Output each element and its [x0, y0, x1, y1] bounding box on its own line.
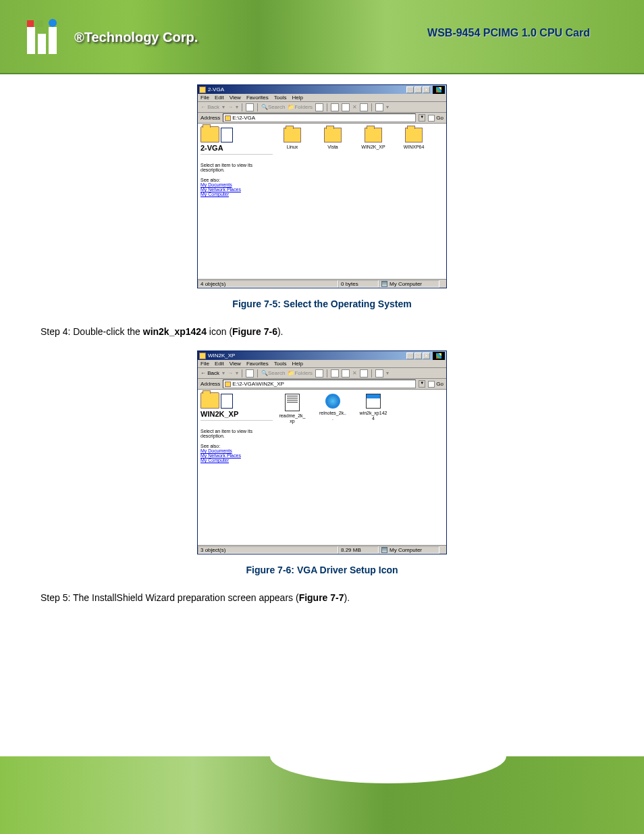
address-path: E:\2-VGA: [232, 115, 255, 121]
history-icon[interactable]: [315, 103, 323, 111]
menu-favorites[interactable]: Favorites: [246, 95, 269, 101]
folder-linux[interactable]: Linux: [278, 128, 306, 150]
explorer-window-2: WIN2K_XP _ □ × File Edit View Favorites …: [197, 350, 447, 554]
undo-icon[interactable]: [360, 369, 368, 377]
go-button[interactable]: Go: [428, 115, 444, 122]
windows-flag-icon: [433, 352, 445, 360]
address-dropdown[interactable]: ▼: [419, 380, 425, 388]
menu-tools[interactable]: Tools: [274, 361, 287, 367]
copy-icon[interactable]: [342, 369, 350, 377]
menu-edit[interactable]: Edit: [215, 95, 224, 101]
menu-help[interactable]: Help: [292, 95, 302, 101]
link-computer[interactable]: My Computer: [200, 192, 273, 197]
file-installer[interactable]: win2k_xp1424: [359, 394, 387, 421]
titlebar[interactable]: 2-VGA _ □ ×: [198, 85, 446, 94]
link-network[interactable]: My Network Places: [200, 187, 273, 192]
folders-button[interactable]: 📁Folders: [288, 104, 313, 110]
history-icon[interactable]: [315, 369, 323, 377]
header-banner: ®Technology Corp. WSB-9454 PCIMG 1.0 CPU…: [0, 0, 644, 74]
statusbar: 3 object(s) 8.29 MB My Computer: [198, 545, 446, 554]
close-button[interactable]: ×: [423, 86, 430, 93]
minimize-button[interactable]: _: [406, 353, 414, 359]
app-icon: [366, 394, 381, 409]
see-also-label: See also:: [200, 178, 273, 182]
up-icon[interactable]: [246, 369, 254, 377]
status-objects: 3 object(s): [198, 546, 338, 554]
undo-icon[interactable]: [360, 103, 368, 111]
menu-edit[interactable]: Edit: [215, 361, 224, 367]
views-icon[interactable]: [375, 103, 383, 111]
window-icon: [199, 353, 206, 359]
sidebar: WIN2K_XP Select an item to view its desc…: [198, 390, 275, 545]
maximize-button[interactable]: □: [414, 353, 422, 359]
file-relnotes[interactable]: relnotes_2k...: [319, 394, 347, 421]
doc-icon: [221, 128, 233, 142]
up-icon[interactable]: [246, 103, 254, 111]
file-readme[interactable]: readme_2k_xp: [278, 394, 306, 423]
logo-icon: [27, 20, 68, 54]
address-dropdown[interactable]: ▼: [419, 114, 425, 122]
menubar: File Edit View Favorites Tools Help: [198, 360, 446, 368]
link-documents[interactable]: My Documents: [200, 448, 273, 453]
folder-win2k-xp[interactable]: WIN2K_XP: [359, 128, 387, 150]
menu-file[interactable]: File: [200, 361, 209, 367]
address-input[interactable]: E:\2-VGA\WIN2K_XP: [223, 380, 416, 388]
copy-icon[interactable]: [342, 103, 350, 111]
delete-icon[interactable]: ✕: [352, 104, 357, 110]
status-size: 8.29 MB: [338, 546, 379, 554]
icon-grid: Linux Vista WIN2K_XP WINXP64: [275, 124, 446, 279]
back-button[interactable]: ← Back: [200, 104, 219, 110]
product-title: WSB-9454 PCIMG 1.0 CPU Card: [427, 27, 603, 39]
menu-file[interactable]: File: [200, 95, 209, 101]
move-icon[interactable]: [331, 369, 339, 377]
views-icon[interactable]: [375, 369, 383, 377]
ie-icon: [325, 394, 340, 409]
maximize-button[interactable]: □: [414, 86, 422, 93]
status-size: 0 bytes: [338, 280, 379, 288]
toolbar: ← Back ▾ → ▾ 🔍Search 📁Folders ✕ ▾: [198, 102, 446, 113]
sidebar-desc: Select an item to view its description.: [200, 429, 273, 438]
folder-icon: [225, 382, 231, 387]
figure-caption-1: Figure 7-5: Select the Operating System: [0, 298, 644, 309]
sidebar-title: 2-VGA: [200, 144, 273, 155]
folder-icon: [405, 128, 423, 142]
go-button[interactable]: Go: [428, 381, 444, 388]
menu-help[interactable]: Help: [292, 361, 302, 367]
window-title: WIN2K_XP: [208, 353, 235, 359]
link-network[interactable]: My Network Places: [200, 453, 273, 458]
address-path: E:\2-VGA\WIN2K_XP: [232, 381, 284, 387]
step-4-text: Step 4: Double-click the win2k_xp1424 ic…: [41, 326, 644, 337]
figure-caption-2: Figure 7-6: VGA Driver Setup Icon: [0, 565, 644, 575]
sidebar-desc: Select an item to view its description.: [200, 163, 273, 172]
footer-banner: [0, 756, 644, 834]
folder-icon: [365, 128, 382, 142]
search-button[interactable]: 🔍Search: [261, 104, 285, 110]
menu-favorites[interactable]: Favorites: [246, 361, 269, 367]
search-button[interactable]: 🔍Search: [261, 370, 285, 376]
close-button[interactable]: ×: [423, 353, 430, 359]
minimize-button[interactable]: _: [406, 86, 414, 93]
address-input[interactable]: E:\2-VGA: [223, 113, 416, 122]
titlebar[interactable]: WIN2K_XP _ □ ×: [198, 351, 446, 360]
menu-view[interactable]: View: [230, 361, 241, 367]
status-location: My Computer: [379, 280, 439, 288]
link-documents[interactable]: My Documents: [200, 182, 273, 187]
computer-icon: [381, 281, 387, 287]
forward-button[interactable]: →: [227, 104, 233, 110]
icon-grid: readme_2k_xp relnotes_2k... win2k_xp1424: [275, 390, 446, 545]
windows-flag-icon: [433, 86, 445, 94]
forward-button[interactable]: →: [227, 370, 233, 376]
back-button[interactable]: ← Back: [200, 370, 219, 376]
menu-tools[interactable]: Tools: [274, 95, 287, 101]
folders-button[interactable]: 📁Folders: [288, 370, 313, 376]
big-folder-icon: [200, 392, 219, 409]
folder-winxp64[interactable]: WINXP64: [400, 128, 428, 150]
folder-icon: [225, 115, 231, 121]
menu-view[interactable]: View: [230, 95, 241, 101]
delete-icon[interactable]: ✕: [352, 370, 357, 376]
link-computer[interactable]: My Computer: [200, 458, 273, 463]
folder-vista[interactable]: Vista: [319, 128, 347, 150]
see-also-label: See also:: [200, 444, 273, 448]
address-label: Address: [200, 115, 220, 121]
move-icon[interactable]: [331, 103, 339, 111]
